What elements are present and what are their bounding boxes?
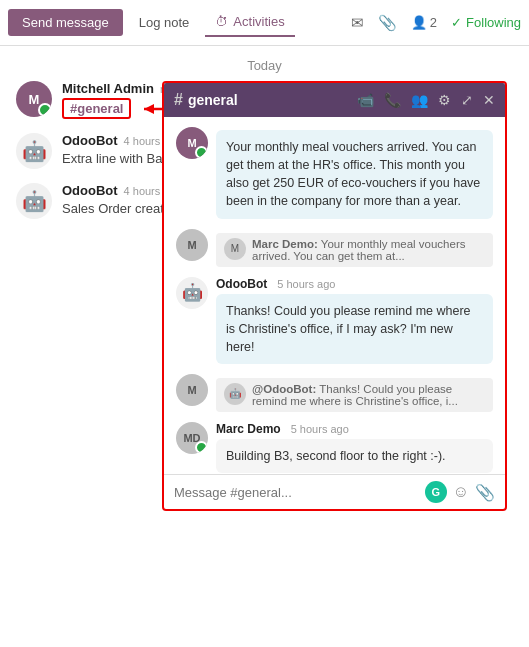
grammarly-icon[interactable]: G <box>425 481 447 503</box>
message-author: OdooBot <box>62 183 118 198</box>
avatar: 🤖 <box>16 133 52 169</box>
chat-message: M Your monthly meal vouchers arrived. Yo… <box>176 127 493 219</box>
chat-message: 🤖 OdooBot 5 hours ago Thanks! Could you … <box>176 277 493 364</box>
following-button[interactable]: ✓ Following <box>451 15 521 30</box>
gear-icon[interactable]: ⚙ <box>438 92 451 108</box>
avatar: M <box>16 81 52 117</box>
people-icon[interactable]: 👥 <box>411 92 428 108</box>
avatar: 🤖 <box>176 277 208 309</box>
chat-message-input[interactable] <box>174 485 419 500</box>
message-author: OdooBot <box>216 277 267 291</box>
checkmark-icon: ✓ <box>451 15 462 30</box>
date-separator: Today <box>0 46 529 81</box>
chat-input-area: G ☺ 📎 <box>164 474 505 509</box>
avatar: M <box>176 127 208 159</box>
people-count[interactable]: 👤 2 <box>411 15 437 30</box>
chat-popup-header: # general 📹 📞 👥 ⚙ ⤢ ✕ <box>164 83 505 117</box>
chat-message: MD Marc Demo 5 hours ago Building B3, se… <box>176 422 493 473</box>
quote-avatar: 🤖 <box>224 383 246 405</box>
close-icon[interactable]: ✕ <box>483 92 495 108</box>
channel-name: general <box>188 92 238 108</box>
emoji-icon[interactable]: ☺ <box>453 483 469 501</box>
activities-button[interactable]: ⏱ Activities <box>205 8 294 37</box>
messages-area: M Mitchell Admin now #general 🤖 <box>0 81 529 219</box>
chat-quoted: M Marc Demo: Your monthly meal vouchers … <box>216 233 493 267</box>
quote-avatar: M <box>224 238 246 260</box>
avatar: M <box>176 374 208 406</box>
chat-bubble: Building B3, second floor to the right :… <box>216 439 493 473</box>
toolbar: Send message Log note ⏱ Activities ✉ 📎 👤… <box>0 0 529 46</box>
chat-popup-body: M Your monthly meal vouchers arrived. Yo… <box>164 117 505 474</box>
email-icon[interactable]: ✉ <box>351 14 364 32</box>
expand-icon[interactable]: ⤢ <box>461 92 473 108</box>
quote-text: Marc Demo: Your monthly meal vouchers ar… <box>252 238 485 262</box>
avatar: M <box>176 229 208 261</box>
phone-icon[interactable]: 📞 <box>384 92 401 108</box>
chat-message: M M Marc Demo: Your monthly meal voucher… <box>176 229 493 267</box>
chat-popup-title: # general <box>174 91 349 109</box>
people-icon: 👤 <box>411 15 427 30</box>
clock-icon: ⏱ <box>215 14 228 29</box>
attach-icon[interactable]: 📎 <box>475 483 495 502</box>
chat-popup: # general 📹 📞 👥 ⚙ ⤢ ✕ M Your <box>162 81 507 511</box>
hashtag-tag[interactable]: #general <box>62 98 131 119</box>
send-message-button[interactable]: Send message <box>8 9 123 36</box>
avatar: MD <box>176 422 208 454</box>
message-time: 5 hours ago <box>277 278 335 290</box>
video-icon[interactable]: 📹 <box>357 92 374 108</box>
chat-message: M 🤖 @OdooBot: Thanks! Could you please r… <box>176 374 493 412</box>
chat-bubble: Your monthly meal vouchers arrived. You … <box>216 130 493 219</box>
quote-text: @OdooBot: Thanks! Could you please remin… <box>252 383 485 407</box>
chat-bubble: Thanks! Could you please remind me where… <box>216 294 493 364</box>
message-author: OdooBot <box>62 133 118 148</box>
hash-icon: # <box>174 91 183 109</box>
avatar: 🤖 <box>16 183 52 219</box>
message-time: 5 hours ago <box>291 423 349 435</box>
message-author: Marc Demo <box>216 422 281 436</box>
message-author: Mitchell Admin <box>62 81 154 96</box>
svg-marker-1 <box>144 104 154 114</box>
log-note-button[interactable]: Log note <box>127 9 202 36</box>
chat-quoted: 🤖 @OdooBot: Thanks! Could you please rem… <box>216 378 493 412</box>
paperclip-icon[interactable]: 📎 <box>378 14 397 32</box>
